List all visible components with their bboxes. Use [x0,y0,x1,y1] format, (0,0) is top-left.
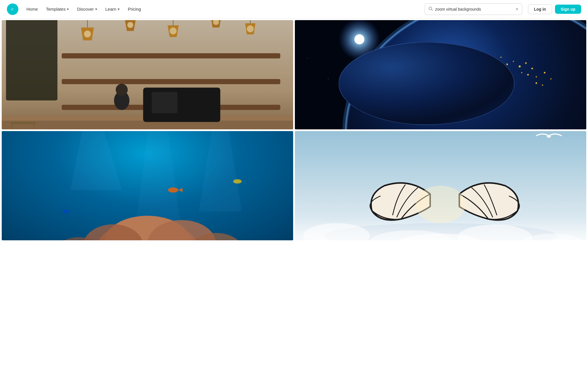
image-angel[interactable] [295,131,586,240]
nav-templates[interactable]: Templates [42,4,72,14]
navbar: C Home Templates Discover Learn Pricing [0,0,588,18]
search-icon [428,6,433,12]
discover-label: Discover [77,7,94,11]
nav-pricing[interactable]: Pricing [124,4,144,14]
discover-chevron-icon [95,9,97,10]
nav-links: Home Templates Discover Learn Pricing [23,4,422,14]
image-space[interactable] [295,20,586,129]
templates-chevron-icon [67,9,69,10]
nav-learn[interactable]: Learn [102,4,123,14]
search-bar: × [425,3,522,15]
image-grid [0,18,588,242]
image-ocean[interactable] [2,131,293,240]
search-input[interactable] [435,7,513,11]
nav-actions: Log in Sign up [528,4,581,14]
pricing-label: Pricing [128,7,141,11]
nav-home[interactable]: Home [23,4,41,14]
home-label: Home [26,7,38,11]
svg-line-3 [432,9,433,11]
search-clear-button[interactable]: × [515,7,519,12]
nav-discover[interactable]: Discover [74,4,100,14]
svg-text:C: C [11,7,14,11]
templates-label: Templates [46,7,65,11]
canva-logo[interactable]: C [7,3,18,15]
login-button[interactable]: Log in [528,4,552,14]
learn-label: Learn [105,7,116,11]
image-cafe[interactable] [2,20,293,129]
signup-button[interactable]: Sign up [555,5,581,14]
learn-chevron-icon [117,9,120,10]
